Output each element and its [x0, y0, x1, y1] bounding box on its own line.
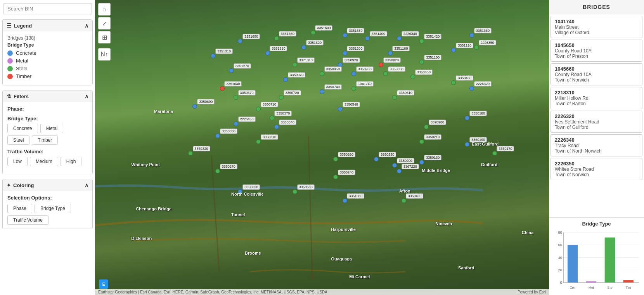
bridge-card-2226320[interactable]: 2226320 Ives Settlement Road Town of Gui…	[551, 111, 642, 133]
qr-button[interactable]: ⊞	[98, 31, 111, 43]
bridges-list[interactable]: 1041740 Main Street Village of Oxford 10…	[549, 14, 644, 217]
map-pin-3350190[interactable]	[465, 142, 469, 147]
place-name-guilford: Guilford	[481, 162, 498, 167]
map-pin-3350690[interactable]	[192, 104, 197, 109]
map-pin-3351600[interactable]	[311, 30, 315, 35]
map-pin-3351530[interactable]	[343, 33, 347, 38]
map-pin-3351400[interactable]	[365, 36, 370, 41]
bridge-card-location: Town of Guilford	[555, 125, 638, 130]
map-pin-2226340[interactable]	[397, 36, 402, 41]
bridge-card-name: Ives Settlement Road	[555, 119, 638, 125]
map-label-3371310: 3371310	[297, 57, 315, 63]
bridge-card-1045660[interactable]: 1045660 County Road 10A Town of Norwich	[551, 63, 642, 85]
map-pin-3351040[interactable]	[220, 86, 225, 91]
bridge-count-label: Bridges (138)	[7, 35, 88, 41]
map-pin-3350370[interactable]	[270, 116, 274, 120]
map-pin-3350540[interactable]	[338, 107, 343, 111]
coloring-btn-phase[interactable]: Phase	[7, 204, 32, 213]
map-pin-3350460[interactable]	[451, 80, 456, 85]
map-label-3350170: 3350170	[497, 146, 514, 151]
compass-button[interactable]: N↑	[98, 48, 111, 61]
map-pin-3350510[interactable]	[392, 95, 397, 100]
map-pin-2226450[interactable]	[234, 121, 238, 126]
map-pin-3350320[interactable]	[188, 151, 193, 156]
map-pin-3351270[interactable]	[229, 68, 234, 73]
map-pin-3351690[interactable]	[238, 39, 242, 43]
map-pin-3350620[interactable]	[238, 189, 242, 194]
map-pin-3351100[interactable]	[419, 60, 424, 64]
map-pin-3350170[interactable]	[492, 151, 497, 156]
bridge-card-2226340[interactable]: 2226340 Tracy Road Town of North Norwich	[551, 134, 642, 156]
map-pin-3350920[interactable]	[338, 62, 343, 67]
map-pin-3350670[interactable]	[234, 95, 238, 100]
map-pin-3350200[interactable]	[392, 163, 397, 168]
coloring-btn-bridge-type[interactable]: Bridge Type	[35, 204, 71, 213]
map-pin-3350970[interactable]	[283, 77, 288, 82]
map-pin-2226350[interactable]	[474, 45, 479, 50]
map-pin-3350230[interactable]	[374, 157, 379, 161]
map-pin-3351080[interactable]	[343, 198, 347, 203]
map-pin-3351200[interactable]	[343, 51, 347, 56]
map-pin-3350210[interactable]	[419, 139, 424, 144]
right-panel: BRIDGES 1041740 Main Street Village of O…	[549, 0, 644, 295]
map-pin-3350930[interactable]	[351, 71, 356, 76]
map-pin-3350260[interactable]	[333, 157, 338, 161]
filter-btn-metal[interactable]: Metal	[40, 124, 63, 133]
filter-btn-medium[interactable]: Medium	[30, 157, 58, 166]
map-pin-1041740[interactable]	[351, 86, 356, 91]
map-pin-3367220[interactable]	[397, 169, 402, 174]
map-pin-3350310[interactable]	[256, 139, 261, 144]
filter-btn-concrete[interactable]: Concrete	[7, 124, 38, 133]
home-button[interactable]: ⌂	[98, 3, 111, 16]
map-pin-3350950[interactable]	[320, 71, 324, 76]
bridge-card-1041740[interactable]: 1041740 Main Street Village of Oxford	[551, 16, 642, 38]
map-pin-3350820[interactable]	[379, 62, 383, 67]
map-pin-3350740[interactable]	[320, 89, 324, 94]
map-label-3350310: 3350310	[261, 134, 278, 140]
map-label-3350710: 3350710	[261, 102, 278, 107]
map-pin-3351330[interactable]	[265, 51, 270, 56]
filters-header[interactable]: ⚗ Filters ∧	[3, 90, 92, 102]
filter-btn-high[interactable]: High	[61, 157, 82, 166]
map-area[interactable]: ⌂ ⤢ ⊞ N↑ 3351690335166033516003351530335…	[95, 0, 549, 295]
map-pin-3371310[interactable]	[293, 62, 297, 67]
map-pin-3370980[interactable]	[424, 125, 429, 129]
map-pin-3351110[interactable]	[451, 48, 456, 52]
expand-button[interactable]: ⤢	[98, 17, 111, 30]
filter-btn-steel[interactable]: Steel	[7, 135, 29, 145]
map-pin-3351620[interactable]	[301, 45, 306, 50]
filter-btn-low[interactable]: Low	[7, 157, 28, 166]
bridge-card-1045650[interactable]: 1045650 County Road 10A Town of Preston	[551, 40, 642, 62]
map-pin-3351420[interactable]	[419, 39, 424, 43]
legend-label: Timber	[16, 73, 31, 79]
map-pin-3350720[interactable]	[279, 95, 284, 100]
coloring-header[interactable]: ✦ Coloring ∧	[3, 179, 92, 191]
map-pin-3350130[interactable]	[419, 160, 424, 165]
coloring-buttons: PhaseBridge TypeTraffic Volume	[7, 204, 88, 225]
map-pin-3351310[interactable]	[211, 54, 215, 58]
map-pin-3351660[interactable]	[274, 36, 279, 41]
map-pin-3350180[interactable]	[465, 116, 469, 120]
coloring-btn-traffic-volume[interactable]: Traffic Volume	[7, 215, 48, 225]
filter-btn-timber[interactable]: Timber	[32, 135, 58, 145]
map-pin-3350270[interactable]	[215, 169, 220, 174]
search-input[interactable]	[3, 3, 92, 14]
map-pin-3350710[interactable]	[256, 107, 261, 111]
map-label-3350270: 3350270	[220, 164, 237, 169]
coloring-body: Selection Options: PhaseBridge TypeTraff…	[3, 191, 92, 229]
legend-header[interactable]: ☰ Legend ∧	[3, 20, 92, 31]
bridge-card-2226350[interactable]: 2226350 Whites Store Road Town of Norwic…	[551, 158, 642, 180]
map-pin-3350340[interactable]	[274, 125, 279, 129]
map-pin-3350240[interactable]	[333, 175, 338, 179]
map-pin-3350650[interactable]	[410, 75, 415, 79]
map-pin-3350490[interactable]	[402, 198, 406, 203]
map-pin-3351360[interactable]	[469, 33, 474, 38]
map-pin-3350580[interactable]	[293, 189, 297, 194]
bridge-card-2218310[interactable]: 2218310 Miller Hollow Rd Town of Barton	[551, 87, 642, 109]
map-pin-3350330[interactable]	[215, 134, 220, 138]
map-pin-2226320[interactable]	[469, 86, 474, 91]
map-pin-3350850[interactable]	[383, 71, 388, 76]
legend-title: Legend	[14, 23, 32, 29]
bridge-card-id: 2226320	[555, 113, 638, 119]
map-pin-3351160[interactable]	[388, 51, 393, 56]
